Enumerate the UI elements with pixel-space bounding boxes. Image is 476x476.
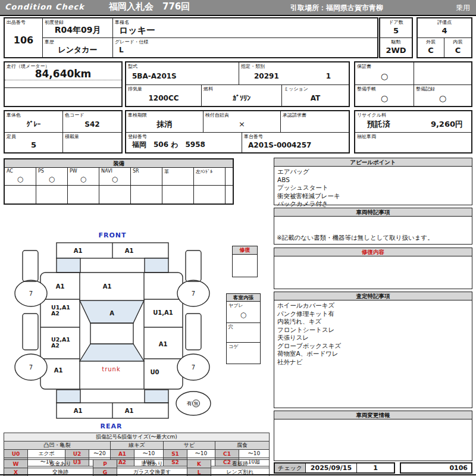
legend-desc: エクボ [28,450,65,458]
doors-drive-box: ドア数 5 駆動 2WD [379,17,413,58]
appeal-section: アピールポイント エアバッグ ABS プッシュスタート 衝突被害軽減ブレーキ バ… [274,158,472,205]
registration-box: 車検期限 抹消 検付自賠責 × 承認請求書 登録番号 福岡 506 わ 5958… [125,110,350,154]
panel-left-door-line2: A2 [51,343,70,349]
equipment-mark [162,173,193,185]
auction-title: 福岡入札会 776回 [109,1,190,12]
panel-left-fender-front: A1 [56,283,65,290]
legend-category: 線キズ [111,441,164,450]
documents-empty-cell [414,62,471,85]
wheel-size-mark: 7 [29,364,33,371]
legend-category: 凸凹・亀裂 [4,441,111,450]
history-cell: 車歴 レンタカー [43,38,113,57]
trunk-label: trunk [102,366,121,372]
equipment-cell: NAVI ○ [99,168,131,185]
equipment-mark: ○ [99,173,130,185]
exterior-cell: 外装 C [418,38,444,57]
inspection-value: 抹消 [126,116,203,132]
class-number: 1 [326,72,331,80]
mileage-box: 走行（現メーター） 84,640km [4,61,123,107]
maintenance-book-cell: 整備手帳 ○ [355,85,414,106]
right-rear-sill-shape [186,314,201,350]
diagram-front-label: FRONT [98,231,126,239]
displacement-value: 1200CC [126,90,201,106]
assessment-item: 社外ナビ [277,358,469,367]
equipment-mark [194,173,225,185]
panel-left-door: U2,A1 A2 [51,337,70,349]
color-box: 車体色 ｸﾞﾚｰ 色コード S42 定員 5 積載量 [4,110,123,154]
panel-front-bumper-right: A1 [125,248,134,254]
equipment-mark: ○ [36,173,67,185]
repair-details-content [274,256,472,289]
spec-box: 型式 5BA-A201S 指定・類別 20291 1 排気量 1200CC 燃料… [125,61,350,107]
header-bar: Condition Check 福岡入札会 776回 引取場所：福岡県古賀市青柳… [0,0,476,16]
legend-code: K [187,460,211,468]
assessment-item: 天張りスレ [277,334,469,342]
pickup-location: 引取場所：福岡県古賀市青柳 [290,3,383,13]
cabin-lining-box: 客室内張 ヤブレ ○ 穴 コゲ [226,293,261,364]
appeal-item: エアバッグ [277,168,469,176]
chassis-cell: 車台番号 A201S-0004257 [242,133,349,152]
equipment-empty-cell [5,185,36,203]
interior-value: C [444,43,471,57]
change-info-content [274,419,472,461]
equipment-empty-cell [226,185,233,203]
interior-cell: 内装 C [444,38,471,57]
auction-condition-sheet: Condition Check 福岡入札会 776回 引取場所：福岡県古賀市青柳… [0,0,476,476]
maintenance-book-value: ○ [355,90,414,106]
panel-left-fender-line2: A2 [51,311,70,317]
wheel-size-mark: 7 [192,364,195,371]
equipment-empty-cell [99,185,131,203]
repair-legend-table: W 板金あり P 塗装あり K 看板跡 X 交換跡 G ガラス交換要す L レン… [4,459,270,476]
appeal-title: アピールポイント [274,158,472,167]
panel-left-fender: U1,A1 A2 [51,305,70,317]
equipment-empty-cell [68,185,99,203]
assessment-item: ホイールカバーキズ [277,302,469,310]
equipment-cell: PW ○ [68,168,99,185]
equipment-empty-cell [36,185,68,203]
cabin-lining-row: 穴 [227,323,260,343]
grade-value: L [113,43,377,57]
body-color-cell: 車体色 ｸﾞﾚｰ [5,111,63,133]
legend-desc: 〜10 [239,450,270,458]
load-value [63,137,121,152]
panel-left-quarter: A1 [54,367,63,374]
panel-right-fender: U1,A1 [153,309,173,316]
right-front-sill-shape [186,250,201,281]
transmission-cell: ミッション AT [282,85,349,106]
panel-rear-bumper-right: A1 [125,408,134,414]
assessment-item: グローブボックスキズ [277,342,469,350]
inspection-cell: 車検期限 抹消 [126,111,203,133]
equipment-empty-cell [194,185,226,203]
chassis-value: A201S-0004257 [242,137,349,152]
panel-windshield: A [109,310,114,317]
appeal-item: プッシュスタート [277,184,469,192]
cabin-lining-row: ヤブレ ○ [227,302,260,323]
check-row: チェック 2025/09/15 1 [274,462,395,474]
legend-desc: 〜10 [134,450,164,458]
equipment-cell [226,168,233,185]
cabin-lining-title: 客室内張 [227,294,260,302]
legend-code: U2 [65,450,89,458]
panel-front-bumper-left: A1 [74,248,83,254]
equipment-mark: ○ [68,173,99,185]
legend-code: S1 [164,450,187,458]
mileage-cell: 走行（現メーター） 84,640km [5,62,121,80]
legend-code: W [4,460,28,468]
wheel-size-mark: 7 [192,290,195,297]
capacity-cell: 定員 5 [5,133,63,152]
panel-right-quarter: U0 [150,369,159,375]
brand-title: Condition Check [5,2,84,11]
vehicle-class: 乗用 [456,3,470,13]
check-date: 2025/09/15 [306,464,357,472]
first-reg-value: R04年09月 [43,23,112,37]
equipment-cell: 革 [162,168,194,185]
doors-value: 5 [380,23,412,37]
assessment-notes-section: 査定特記事項 ホイールカバーキズ パンク修理キット有 内装汚れ、キズ フロントシ… [274,292,472,408]
panel-rear-bumper-left: A1 [74,408,83,414]
change-info-section: 車両変更情報 [274,411,472,461]
equipment-cell: PS ○ [36,168,68,185]
cabin-lining-row: コゲ [227,343,260,362]
reg-number-value: 福岡 506 わ 5958 [126,137,242,152]
legend-desc: 〜10 [187,450,215,458]
grade-cell: グレード・仕様 L [113,38,377,57]
